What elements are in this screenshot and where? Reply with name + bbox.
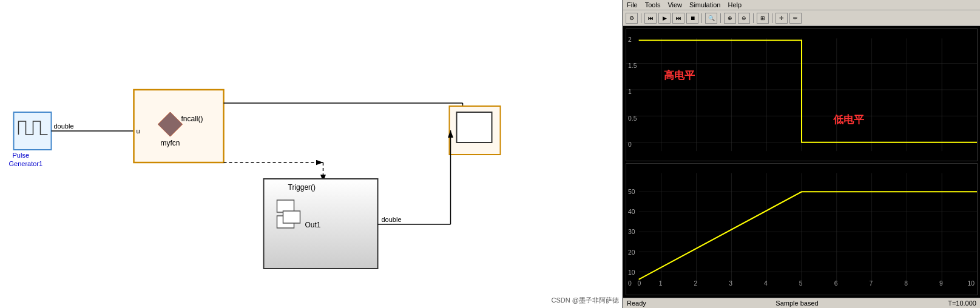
scope-toolbar: ⚙ ⏮ ▶ ⏭ ⏹ 🔍 ⊕ ⊖ ⊞ ✛ ✏ [623, 10, 980, 26]
svg-rect-23 [277, 200, 294, 212]
svg-text:Trigger(): Trigger() [288, 183, 316, 192]
svg-text:5: 5 [799, 280, 803, 287]
svg-text:2: 2 [694, 280, 697, 287]
svg-text:10: 10 [628, 269, 635, 275]
status-ready: Ready [627, 300, 646, 307]
status-sample: Sample based [776, 300, 818, 307]
fit-button[interactable]: ⊞ [757, 13, 769, 24]
svg-text:0: 0 [638, 280, 641, 287]
edit-button[interactable]: ✏ [789, 13, 802, 24]
step-button[interactable]: ⏭ [672, 13, 684, 24]
watermark: CSDN @墨子非阿萨德 [552, 296, 619, 305]
settings-button[interactable]: ⚙ [626, 13, 638, 24]
svg-text:fncall(): fncall() [181, 115, 203, 123]
menu-view[interactable]: View [667, 1, 682, 8]
svg-text:u: u [137, 127, 140, 135]
menu-tools[interactable]: Tools [645, 1, 661, 8]
svg-text:8: 8 [904, 280, 908, 287]
svg-text:0: 0 [628, 141, 632, 148]
play-button[interactable]: ▶ [658, 13, 671, 24]
svg-text:50: 50 [628, 189, 635, 195]
scope-menubar: File Tools View Simulation Help [623, 0, 980, 10]
svg-rect-24 [277, 216, 294, 228]
svg-rect-18 [457, 112, 492, 142]
cursor-button[interactable]: ✛ [776, 13, 788, 24]
svg-text:1.5: 1.5 [628, 62, 637, 69]
rewind-button[interactable]: ⏮ [644, 13, 657, 24]
svg-text:Pulse: Pulse [13, 152, 30, 159]
svg-text:6: 6 [834, 280, 838, 287]
scope-statusbar: Ready Sample based T=10.000 [623, 298, 980, 308]
svg-text:低电平: 低电平 [833, 114, 865, 125]
svg-text:1: 1 [659, 280, 663, 287]
scope-plots: 2 1.5 1 0.5 0 高电平 低电平 [623, 26, 980, 298]
svg-text:30: 30 [628, 229, 635, 235]
svg-point-5 [151, 129, 156, 133]
svg-text:1: 1 [628, 89, 632, 95]
simulink-canvas: double fncall() myfcn u [0, 0, 622, 308]
menu-help[interactable]: Help [728, 1, 742, 8]
svg-text:9: 9 [939, 280, 943, 287]
zoom-in-button[interactable]: ⊕ [724, 13, 736, 24]
svg-text:0.5: 0.5 [628, 115, 637, 122]
svg-text:10: 10 [968, 280, 975, 287]
svg-rect-9 [134, 90, 224, 162]
stop-button[interactable]: ⏹ [686, 13, 698, 24]
toolbar-sep-4 [753, 13, 754, 23]
svg-rect-25 [283, 211, 300, 223]
menu-simulation[interactable]: Simulation [689, 1, 720, 8]
scope-window: File Tools View Simulation Help ⚙ ⏮ ▶ ⏭ … [622, 0, 980, 308]
svg-text:高电平: 高电平 [664, 69, 695, 81]
toolbar-sep-2 [701, 13, 702, 23]
toolbar-sep-1 [641, 13, 641, 23]
zoom-out-button[interactable]: ⊖ [738, 13, 750, 24]
svg-marker-11 [158, 112, 183, 136]
svg-text:Out1: Out1 [305, 221, 321, 229]
svg-rect-17 [450, 106, 501, 155]
plot-area-1: 2 1.5 1 0.5 0 高电平 低电平 [626, 28, 978, 161]
svg-marker-10 [158, 112, 183, 136]
status-time: T=10.000 [948, 300, 976, 307]
svg-text:3: 3 [729, 280, 732, 287]
svg-rect-21 [264, 179, 378, 269]
svg-text:2: 2 [628, 36, 632, 43]
plot-area-2: 50 40 30 20 10 0 0 1 2 3 4 5 6 7 8 9 10 [626, 163, 978, 296]
menu-file[interactable]: File [627, 1, 638, 8]
toolbar-sep-3 [720, 13, 721, 23]
svg-text:20: 20 [628, 249, 635, 255]
svg-text:Generator1: Generator1 [9, 160, 43, 167]
svg-rect-2 [14, 112, 52, 150]
svg-text:7: 7 [869, 280, 873, 287]
svg-text:4: 4 [764, 280, 768, 287]
svg-text:0: 0 [628, 280, 632, 287]
zoom-tools-button[interactable]: 🔍 [705, 13, 717, 24]
toolbar-sep-5 [772, 13, 772, 23]
svg-text:40: 40 [628, 209, 635, 215]
svg-text:myfcn: myfcn [161, 139, 180, 147]
svg-text:double: double [382, 216, 402, 223]
svg-text:double: double [54, 122, 74, 130]
